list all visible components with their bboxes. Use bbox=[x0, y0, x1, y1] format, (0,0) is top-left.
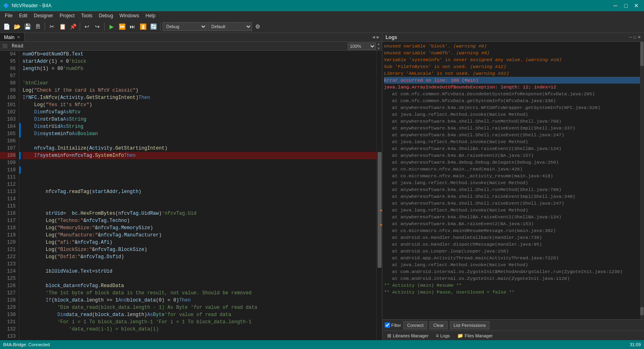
scroll-down[interactable]: ▼ bbox=[378, 46, 380, 51]
code-line-122: Log("DsfId:" & nfcvTag.Dsfid) bbox=[23, 253, 376, 261]
code-line-115 bbox=[23, 203, 376, 210]
logs-header: Logs ─ □ ✕ bbox=[382, 33, 644, 42]
filter-checkbox[interactable] bbox=[385, 322, 390, 328]
ln-132: 132 bbox=[0, 326, 16, 333]
log-stack-16: at anywheresoftware.b4a.shell.Shell.rais… bbox=[384, 193, 642, 200]
menu-debug[interactable]: Debug bbox=[95, 12, 116, 19]
logs-label: Logs bbox=[440, 333, 450, 338]
ln-110: 110 bbox=[0, 166, 16, 174]
log-stack-8: at java.lang.reflect.Method.invoke(Nativ… bbox=[384, 138, 642, 145]
toolbar-cut[interactable]: ✂ bbox=[47, 22, 57, 31]
log-line-5: Library 'AHLocale' is not used. (warning… bbox=[384, 70, 642, 77]
filter-label: Filter bbox=[391, 323, 401, 328]
config-dropdown[interactable]: Default bbox=[208, 22, 252, 31]
code-line-114 bbox=[23, 195, 376, 203]
code-line-104: Dim strUid As String bbox=[23, 123, 376, 130]
clear-button[interactable]: Clear bbox=[429, 321, 447, 329]
code-line-118: Log("MemorySize:" & nfcvTag.MemorySize) bbox=[23, 224, 376, 232]
connect-button[interactable]: Connect bbox=[403, 321, 427, 329]
code-scrollbar[interactable] bbox=[376, 51, 382, 340]
menu-designer[interactable]: Designer bbox=[31, 12, 56, 19]
code-line-96: length(1) = 80 'numOfb bbox=[23, 65, 376, 72]
menu-edit[interactable]: Edit bbox=[16, 12, 31, 19]
toolbar-undo[interactable]: ↩ bbox=[82, 22, 92, 31]
cursor-position: 31:09 bbox=[630, 342, 641, 347]
logs-main-scrollbar[interactable] bbox=[640, 76, 644, 319]
log-stack-12: at co.micromacro.nfcv.main._read(main.ja… bbox=[384, 166, 642, 172]
code-line-127: 'The 1st byte of block data is the resul… bbox=[23, 289, 376, 297]
sub-label-text: Read bbox=[12, 43, 23, 49]
log-stack-15: at anywheresoftware.b4a.shell.Shell.runM… bbox=[384, 186, 642, 193]
log-stack-24: at android.os.Looper.loop(Looper.java:15… bbox=[384, 248, 642, 255]
tab-close-main[interactable]: ✕ bbox=[17, 35, 20, 39]
menu-file[interactable]: File bbox=[2, 12, 16, 19]
menu-project[interactable]: Project bbox=[56, 12, 78, 19]
connection-status: B4A-Bridge: Connected bbox=[3, 342, 50, 347]
logs-tab-libraries[interactable]: ⊞ Libraries Manager bbox=[384, 332, 432, 339]
tab-prev[interactable]: ◀ bbox=[372, 34, 376, 40]
log-stack-13: at co.micromacro.nfcv.main._activity_res… bbox=[384, 172, 642, 179]
minimize-button[interactable]: ─ bbox=[611, 1, 620, 10]
logs-upper-scrollbar[interactable] bbox=[640, 42, 644, 76]
zoom-select[interactable]: 100% 50% 75% 125% 150% 200% bbox=[348, 43, 376, 50]
ln-107: 107 bbox=[0, 145, 16, 152]
code-scroll-btns: ▲ ▼ bbox=[378, 42, 380, 51]
log-stack-23: at android.os.Handler.dispatchMessage(Ha… bbox=[384, 241, 642, 248]
ln-98: 98 bbox=[0, 80, 16, 87]
ln-115: 115 bbox=[0, 203, 16, 210]
ln-127: 127 bbox=[0, 289, 16, 297]
code-line-121: Log("BlockSize:" & nfcvTag.BlockSize) bbox=[23, 246, 376, 253]
tab-main[interactable]: Main ✕ bbox=[0, 33, 25, 41]
log-line-1: Unused variable 'block'. (warning #9) bbox=[384, 43, 642, 49]
ln-133: 133 bbox=[0, 333, 16, 340]
titlebar-title: NfcVReader - B4A bbox=[12, 3, 52, 8]
logs-tab-files[interactable]: 📁 Files Manager bbox=[454, 332, 496, 339]
ln-128: 128 bbox=[0, 297, 16, 304]
close-button[interactable]: ✕ bbox=[632, 1, 641, 10]
log-stack-19: at anywheresoftware.b4a.ShellBA.raiseEve… bbox=[384, 214, 642, 220]
toolbar-new[interactable]: 📄 bbox=[2, 22, 11, 31]
log-error-selected[interactable]: Error occurred on line: 108 (Main) bbox=[384, 77, 642, 84]
code-content[interactable]: 94 95 96 97 98 99 100 101 102 103 104 10… bbox=[0, 51, 382, 340]
tab-next[interactable]: ▶ bbox=[376, 34, 380, 40]
toolbar-paste[interactable]: 📌 bbox=[68, 22, 78, 31]
maximize-button[interactable]: □ bbox=[621, 1, 630, 10]
toolbar-save[interactable]: 💾 bbox=[23, 22, 32, 31]
toolbar-run[interactable]: ▶ bbox=[107, 22, 116, 31]
toolbar-open[interactable]: 📂 bbox=[12, 22, 22, 31]
logs-bottom: Filter Connect Clear List Permissions bbox=[382, 319, 644, 331]
code-line-111 bbox=[23, 174, 376, 181]
ln-120: 120 bbox=[0, 239, 16, 246]
logs-close-btn[interactable]: ✕ bbox=[638, 35, 641, 39]
scroll-up[interactable]: ▲ bbox=[378, 42, 380, 46]
ln-103: 103 bbox=[0, 116, 16, 123]
toolbar-step3[interactable]: ⏫ bbox=[138, 22, 148, 31]
menu-windows[interactable]: Windows bbox=[116, 12, 142, 19]
menu-help[interactable]: Help bbox=[142, 12, 159, 19]
code-lines[interactable]: numOfb = edtNumOfB.Text startAddr(1) = 0… bbox=[19, 51, 376, 340]
ln-114: 114 bbox=[0, 195, 16, 203]
logs-maximize-btn[interactable]: □ bbox=[634, 35, 636, 39]
list-permissions-button[interactable]: List Permissions bbox=[450, 321, 489, 329]
menu-tools[interactable]: Tools bbox=[78, 12, 95, 19]
tab-bar: Main ✕ ◀ ▶ bbox=[0, 33, 382, 42]
toolbar-step2[interactable]: ⏭ bbox=[128, 22, 137, 31]
ln-96: 96 bbox=[0, 65, 16, 72]
toolbar-extra[interactable]: ⚙ bbox=[253, 22, 262, 31]
main-layout: Main ✕ ◀ ▶ ⬛ Read 100% 50% 75% 125% 150% bbox=[0, 33, 644, 340]
toolbar-redo[interactable]: ↪ bbox=[93, 22, 102, 31]
code-line-107: nfcvTag.Initialize(Activity.GetStartingI… bbox=[23, 145, 376, 152]
files-label: Files Manager bbox=[465, 333, 493, 338]
debug-dropdown[interactable]: Debug Release bbox=[163, 22, 207, 31]
toolbar-step1[interactable]: ⏩ bbox=[117, 22, 127, 31]
code-line-102: Dim nfcvTag As Nfcv bbox=[23, 109, 376, 116]
toolbar-refresh[interactable]: 🔄 bbox=[149, 22, 158, 31]
code-panel: Main ✕ ◀ ▶ ⬛ Read 100% 50% 75% 125% 150% bbox=[0, 33, 382, 340]
logs-minimize-btn[interactable]: ─ bbox=[629, 35, 632, 39]
libraries-icon: ⊞ bbox=[387, 333, 391, 339]
code-line-98: 'btnClear bbox=[23, 80, 376, 87]
logs-tab-logs[interactable]: ≡ Logs bbox=[433, 332, 453, 339]
toolbar-copy[interactable]: 📋 bbox=[58, 22, 67, 31]
filter-checkbox-container[interactable]: Filter bbox=[385, 322, 401, 328]
toolbar-saveas[interactable]: 🖹 bbox=[33, 22, 43, 31]
